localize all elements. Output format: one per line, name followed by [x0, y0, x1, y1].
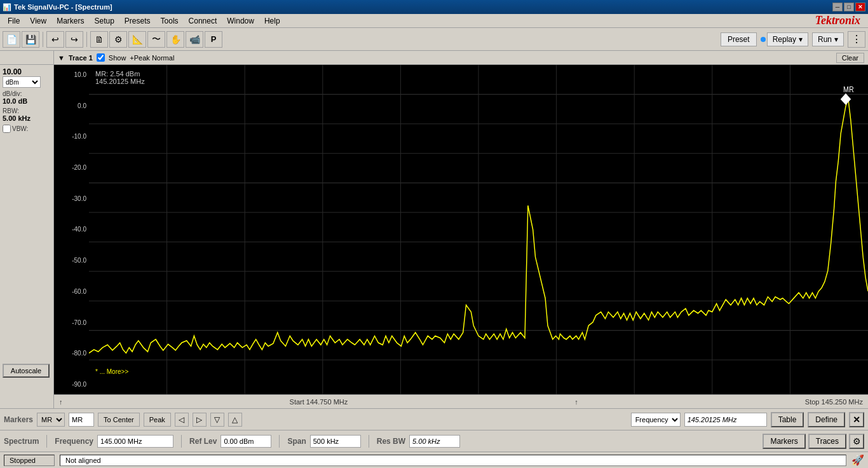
sep-spectrum-2 — [181, 435, 182, 448]
app-icon: 📊 — [3, 3, 11, 11]
preset-button[interactable]: Preset — [721, 32, 757, 46]
menubar: File View Markers Setup Presets Tools Co… — [0, 14, 868, 28]
y-axis: 10.0 0.0 -10.0 -20.0 -30.0 -40.0 -50.0 -… — [54, 65, 89, 394]
ref-lev-input[interactable] — [220, 435, 271, 448]
marker-mr-text: MR — [843, 86, 854, 94]
menu-tools[interactable]: Tools — [156, 15, 184, 27]
rocket-icon: 🚀 — [851, 454, 864, 466]
menu-view[interactable]: View — [25, 15, 51, 27]
y-label--40: -40.0 — [54, 226, 86, 233]
run-label: Run — [818, 35, 832, 44]
rbw-label: RBW: — [3, 107, 51, 114]
save-button[interactable]: 💾 — [22, 31, 39, 48]
trace-header-bar: ▼ Trace 1 Show +Peak Normal Clear — [54, 51, 868, 65]
res-bw-label: Res BW — [377, 437, 405, 446]
markers-toggle-button[interactable]: Markers — [763, 434, 805, 449]
x-axis-stop-label: Stop 145.250 MHz — [805, 398, 863, 406]
settings-button[interactable]: ⚙ — [109, 31, 127, 48]
measure-button[interactable]: 📐 — [128, 31, 146, 48]
define-button[interactable]: Define — [808, 412, 845, 427]
maximize-button[interactable]: □ — [844, 3, 854, 11]
trace-label: Trace 1 — [69, 54, 93, 62]
spectrum-bar-label: Spectrum — [4, 437, 39, 446]
redo-button[interactable]: ↪ — [65, 31, 83, 48]
menu-help[interactable]: Help — [259, 15, 285, 27]
freq-value-input[interactable] — [684, 413, 767, 427]
copy-button[interactable]: 🗎 — [90, 31, 108, 48]
marker-value-box: MR — [69, 413, 94, 427]
peak-button[interactable]: Peak — [144, 413, 171, 427]
marker-mr-label: MR — [72, 416, 83, 423]
cursor-button[interactable]: ✋ — [166, 31, 184, 48]
marker-diamond-shape — [841, 93, 851, 105]
unit-select[interactable]: dBm dBW V — [3, 76, 41, 88]
stopped-status: Stopped — [4, 455, 55, 466]
y-label-0: 0.0 — [54, 102, 86, 109]
db-div-row: dB/div: 10.0 dB — [3, 90, 51, 105]
trace-header — [0, 51, 53, 65]
wave-button[interactable]: 〜 — [147, 31, 165, 48]
show-checkbox[interactable] — [97, 53, 105, 62]
markers-bar: Markers MR M1 M2 MR To Center Peak ◁ ▷ ▽… — [0, 408, 868, 430]
right-arrow-button[interactable]: ▷ — [193, 413, 207, 427]
sep-1 — [43, 32, 43, 47]
to-center-button[interactable]: To Center — [98, 413, 140, 427]
replay-dropdown-icon: ▾ — [799, 35, 803, 44]
video-button[interactable]: 📹 — [186, 31, 203, 48]
center-freq-input[interactable] — [97, 435, 173, 448]
ref-level-row: 10.00 dBm dBW V — [3, 67, 51, 88]
close-markers-button[interactable]: ✕ — [849, 412, 864, 427]
menu-presets[interactable]: Presets — [119, 15, 156, 27]
sep-spectrum-1 — [46, 435, 47, 448]
vbw-checkbox[interactable] — [3, 125, 11, 133]
y-label--20: -20.0 — [54, 164, 86, 171]
res-bw-input[interactable] — [409, 435, 460, 448]
undo-button[interactable]: ↩ — [46, 31, 64, 48]
more-options-button[interactable]: ⋮ — [848, 31, 865, 48]
clear-button[interactable]: Clear — [836, 53, 864, 63]
y-label--60: -60.0 — [54, 288, 86, 295]
traces-toggle-button[interactable]: Traces — [808, 434, 846, 449]
vbw-row: VBW: — [3, 125, 51, 133]
chart-area[interactable]: MR: 2.54 dBm 145.20125 MHz * ... More>> — [89, 65, 868, 394]
db-div-label: dB/div: — [3, 90, 51, 97]
status-bar: Stopped Not aligned 🚀 — [0, 451, 868, 468]
p-button[interactable]: P — [205, 31, 222, 48]
menu-setup[interactable]: Setup — [89, 15, 119, 27]
y-label--80: -80.0 — [54, 350, 86, 357]
menu-markers[interactable]: Markers — [51, 15, 89, 27]
show-label: Show — [109, 54, 126, 62]
freq-type-dropdown[interactable]: Frequency Time — [631, 413, 681, 427]
up-arrow-button[interactable]: △ — [228, 413, 242, 427]
title-text: Tek SignalVu-PC - [Spectrum] — [14, 3, 112, 11]
rbw-value: 5.00 kHz — [3, 114, 51, 122]
x-axis-start-icon: ↑ — [59, 398, 63, 406]
db-div-value: 10.0 dB — [3, 97, 51, 105]
minimize-button[interactable]: ─ — [832, 3, 843, 11]
markers-bar-label: Markers — [4, 415, 33, 424]
menu-file[interactable]: File — [3, 15, 25, 27]
y-label--90: -90.0 — [54, 381, 86, 388]
y-label--10: -10.0 — [54, 133, 86, 140]
x-axis-stop-icon: ↑ — [574, 398, 578, 406]
marker-dropdown[interactable]: MR M1 M2 — [37, 413, 65, 427]
left-arrow-button[interactable]: ◁ — [175, 413, 189, 427]
toolbar-right: Preset Replay ▾ Run ▾ ⋮ — [721, 31, 865, 48]
spectrum-settings-button[interactable]: ⚙ — [849, 434, 864, 449]
replay-button[interactable]: Replay ▾ — [767, 32, 808, 46]
run-button[interactable]: Run ▾ — [812, 32, 844, 46]
down-arrow-button[interactable]: ▽ — [210, 413, 224, 427]
alignment-status: Not aligned — [60, 455, 846, 466]
brand-logo: Tektronix — [815, 14, 865, 27]
x-axis-bar: ↑ Start 144.750 MHz ↑ Stop 145.250 MHz — [54, 394, 868, 408]
autoscale-button[interactable]: Autoscale — [3, 364, 50, 378]
span-input[interactable] — [310, 435, 361, 448]
table-button[interactable]: Table — [771, 412, 804, 427]
new-button[interactable]: 📄 — [3, 31, 20, 48]
close-button[interactable]: ✕ — [855, 3, 865, 11]
ref-level-value: 10.00 — [3, 67, 51, 76]
span-label: Span — [287, 437, 306, 446]
menu-connect[interactable]: Connect — [184, 15, 222, 27]
run-dropdown-icon: ▾ — [834, 35, 838, 44]
menu-window[interactable]: Window — [222, 15, 259, 27]
